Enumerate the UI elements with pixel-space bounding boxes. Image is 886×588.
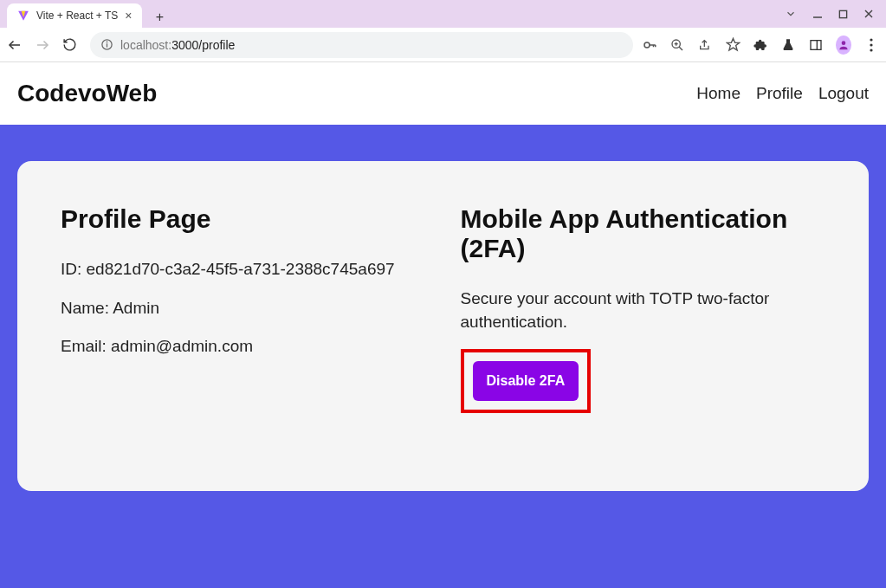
profile-avatar-icon[interactable] <box>836 36 851 55</box>
minimize-window-icon[interactable] <box>812 9 823 19</box>
window-controls <box>785 8 879 20</box>
chevron-down-icon[interactable] <box>785 8 797 20</box>
svg-point-23 <box>842 41 846 45</box>
svg-line-16 <box>679 47 682 50</box>
svg-point-26 <box>870 48 872 51</box>
svg-rect-21 <box>811 40 821 49</box>
nav-home[interactable]: Home <box>696 84 740 103</box>
profile-email: Email: admin@admin.com <box>61 335 426 359</box>
maximize-window-icon[interactable] <box>838 10 848 19</box>
nav-links: Home Profile Logout <box>696 84 869 103</box>
svg-point-11 <box>644 42 650 48</box>
bookmark-star-icon[interactable] <box>725 37 740 52</box>
svg-point-24 <box>870 38 872 41</box>
page-viewport: CodevoWeb Home Profile Logout Profile Pa… <box>0 62 886 588</box>
profile-name: Name: Admin <box>61 297 426 320</box>
hero-section: Profile Page ID: ed821d70-c3a2-45f5-a731… <box>0 125 886 588</box>
forward-button-icon[interactable] <box>35 37 54 53</box>
svg-marker-20 <box>727 38 739 49</box>
svg-point-10 <box>107 42 107 42</box>
address-bar[interactable]: localhost:3000/profile <box>90 32 633 58</box>
zoom-icon[interactable] <box>669 38 685 52</box>
page-title: Profile Page <box>61 204 426 234</box>
nav-logout[interactable]: Logout <box>818 84 869 103</box>
svg-point-25 <box>870 43 872 46</box>
lab-flask-icon[interactable] <box>780 38 796 52</box>
password-key-icon[interactable] <box>642 37 657 53</box>
app-header: CodevoWeb Home Profile Logout <box>0 62 886 125</box>
nav-profile[interactable]: Profile <box>756 84 803 103</box>
vite-favicon-icon <box>17 10 29 22</box>
twofa-description: Secure your account with TOTP two-factor… <box>461 288 826 333</box>
svg-rect-3 <box>839 10 846 17</box>
extensions-puzzle-icon[interactable] <box>753 38 768 52</box>
profile-id: ID: ed821d70-c3a2-45f5-a731-2388c745a697 <box>61 258 426 281</box>
profile-card: Profile Page ID: ed821d70-c3a2-45f5-a731… <box>17 161 869 491</box>
annotation-highlight: Disable 2FA <box>461 349 592 413</box>
kebab-menu-icon[interactable] <box>863 38 879 52</box>
twofa-column: Mobile App Authentication (2FA) Secure y… <box>461 204 826 413</box>
browser-toolbar: localhost:3000/profile <box>0 28 886 62</box>
toolbar-right-icons <box>642 36 879 55</box>
brand-logo[interactable]: CodevoWeb <box>17 80 157 107</box>
window-titlebar: Vite + React + TS × + <box>0 0 886 28</box>
new-tab-button[interactable]: + <box>149 7 170 28</box>
tab-title: Vite + React + TS <box>36 10 118 22</box>
back-button-icon[interactable] <box>7 37 26 53</box>
browser-tab[interactable]: Vite + React + TS × <box>7 3 142 28</box>
twofa-heading: Mobile App Authentication (2FA) <box>461 204 826 263</box>
profile-info-column: Profile Page ID: ed821d70-c3a2-45f5-a731… <box>61 204 426 413</box>
close-tab-icon[interactable]: × <box>125 9 132 23</box>
close-window-icon[interactable] <box>863 9 874 19</box>
tab-strip: Vite + React + TS × + <box>7 0 785 28</box>
reload-button-icon[interactable] <box>62 37 81 52</box>
side-panel-icon[interactable] <box>808 38 824 52</box>
site-info-icon[interactable] <box>100 38 113 51</box>
url-text: localhost:3000/profile <box>120 38 235 52</box>
share-icon[interactable] <box>697 38 713 52</box>
disable-2fa-button[interactable]: Disable 2FA <box>473 361 579 401</box>
